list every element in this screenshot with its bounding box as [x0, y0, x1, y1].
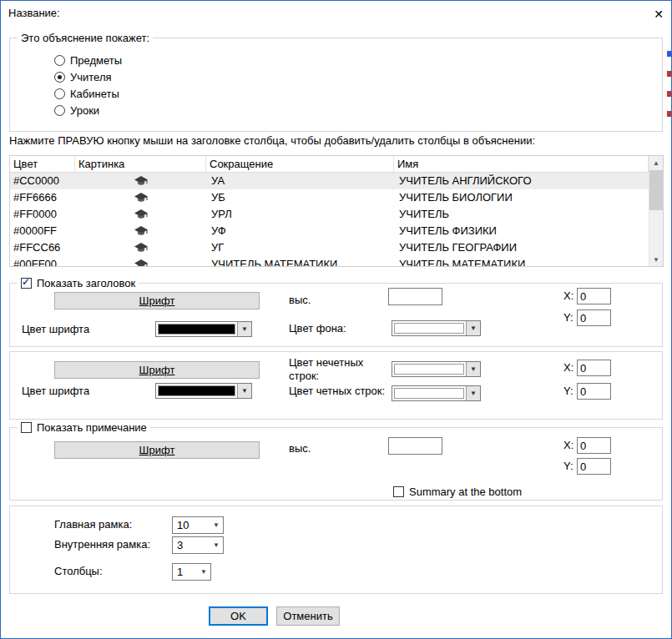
checkbox-label: Показать примечание — [37, 421, 147, 434]
odd-rows-color-dropdown[interactable]: ▼ — [392, 361, 481, 377]
show-note-checkbox[interactable]: ✓ Показать примечание — [18, 420, 150, 435]
show-group-title: Это объяснение покажет: — [18, 32, 153, 44]
inner-frame-label: Внутренняя рамка: — [54, 536, 150, 553]
color-swatch — [158, 324, 235, 335]
chevron-down-icon[interactable]: ▼ — [466, 362, 480, 376]
radio-classrooms[interactable]: Кабинеты — [54, 87, 119, 100]
graduation-cap-icon — [134, 259, 148, 268]
chevron-down-icon[interactable]: ▼ — [237, 322, 251, 336]
chevron-down-icon[interactable]: ▼ — [237, 384, 251, 398]
header-font-button[interactable]: Шрифт — [54, 292, 260, 309]
header-bg-color-dropdown[interactable]: ▼ — [392, 320, 481, 336]
checkbox-box[interactable]: ✓ — [393, 486, 404, 497]
color-swatch — [394, 364, 464, 375]
button-label: Шрифт — [139, 294, 175, 307]
rows-y-input[interactable] — [577, 383, 611, 400]
chevron-down-icon[interactable]: ▼ — [466, 321, 480, 335]
radio-subjects[interactable]: Предметы — [54, 53, 122, 67]
color-swatch — [158, 385, 235, 396]
button-label: Шрифт — [139, 444, 175, 456]
note-y-input[interactable] — [577, 458, 611, 475]
header-x-input[interactable] — [577, 288, 611, 304]
table-row[interactable]: #FFCC66 УГ УЧИТЕЛЬ ГЕОГРАФИИ — [10, 239, 663, 256]
summary-bottom-checkbox[interactable]: ✓ Summary at the bottom — [390, 485, 525, 499]
show-header-checkbox[interactable]: ✓ Показать заголовок — [18, 276, 139, 290]
even-rows-color-dropdown[interactable]: ▼ — [392, 385, 481, 401]
chevron-down-icon[interactable]: ▼ — [210, 541, 223, 549]
graduation-cap-icon — [134, 209, 148, 220]
note-y-label: Y: — [563, 458, 573, 475]
header-y-input[interactable] — [577, 309, 611, 326]
radio-circle[interactable] — [54, 55, 65, 66]
row-picture-cell — [75, 256, 206, 267]
page-title: Название: — [8, 1, 60, 26]
note-font-button[interactable]: Шрифт — [54, 441, 260, 459]
chevron-down-icon[interactable]: ▼ — [210, 521, 223, 529]
row-abbr: УЧИТЕЛЬ МАТЕМАТИКИ — [206, 256, 394, 267]
note-height-input[interactable] — [388, 437, 442, 455]
show-group: Это объяснение покажет: — [9, 38, 663, 132]
header-font-color-label: Цвет шрифта — [22, 321, 89, 338]
chevron-down-icon[interactable]: ▼ — [197, 568, 210, 576]
row-name: УЧИТЕЛЬ АНГЛИЙСКОГО — [394, 173, 649, 189]
row-color-text: #00FF00 — [10, 256, 75, 267]
table-row[interactable]: #0000FF УФ УЧИТЕЛЬ ФИЗИКИ — [10, 223, 663, 239]
edge-artifact — [667, 91, 671, 97]
checkbox-box[interactable]: ✓ — [21, 278, 32, 289]
color-swatch — [394, 388, 464, 399]
radio-circle[interactable] — [54, 105, 65, 116]
legend-table: Цвет Картинка Сокращение Имя #CC0000 УА … — [9, 155, 664, 267]
edge-artifact — [667, 51, 671, 57]
header-height-input[interactable] — [388, 288, 442, 305]
radio-circle[interactable] — [54, 88, 65, 99]
select-value: 1 — [173, 566, 197, 578]
radio-teachers[interactable]: Учителя — [54, 70, 112, 83]
table-row[interactable]: #FF0000 УРЛ УЧИТЕЛЬ — [10, 206, 663, 223]
cancel-button[interactable]: Отменить — [276, 606, 340, 626]
ok-button[interactable]: OK — [209, 606, 268, 626]
rows-y-label: Y: — [563, 383, 573, 400]
column-header-picture[interactable]: Картинка — [75, 156, 206, 172]
close-icon[interactable]: ✕ — [650, 6, 667, 23]
radio-lessons[interactable]: Уроки — [54, 103, 99, 117]
scroll-up-icon[interactable]: ▲ — [649, 156, 663, 169]
rows-x-input[interactable] — [577, 360, 611, 376]
main-frame-select[interactable]: 10 ▼ — [172, 516, 224, 534]
row-color-text: #FF6666 — [10, 189, 75, 206]
column-header-name[interactable]: Имя — [394, 156, 649, 172]
inner-frame-select[interactable]: 3 ▼ — [172, 536, 224, 554]
rows-font-color-dropdown[interactable]: ▼ — [155, 383, 252, 399]
header-font-color-dropdown[interactable]: ▼ — [155, 321, 252, 337]
header-y-label: Y: — [563, 309, 573, 326]
row-name: УЧИТЕЛЬ ФИЗИКИ — [394, 223, 649, 239]
row-picture-cell — [75, 189, 206, 206]
column-header-abbr[interactable]: Сокращение — [206, 156, 394, 172]
table-row[interactable]: #CC0000 УА УЧИТЕЛЬ АНГЛИЙСКОГО — [10, 173, 663, 189]
scroll-down-icon[interactable]: ▼ — [649, 253, 663, 266]
checkbox-box[interactable]: ✓ — [21, 422, 32, 433]
scrollbar-thumb[interactable] — [649, 170, 663, 210]
graduation-cap-icon — [134, 226, 148, 237]
dialog-window: Название: ✕ Это объяснение покажет: Пред… — [0, 0, 672, 639]
rows-font-button[interactable]: Шрифт — [54, 361, 260, 379]
rows-font-color-label: Цвет шрифта — [22, 383, 89, 400]
color-swatch — [394, 323, 464, 334]
row-name: УЧИТЕЛЬ МАТЕМАТИКИ — [394, 256, 649, 267]
header-height-label: выс. — [289, 292, 311, 309]
table-row[interactable]: #FF6666 УБ УЧИТЕЛЬ БИОЛОГИИ — [10, 189, 663, 206]
table-header: Цвет Картинка Сокращение Имя — [10, 156, 663, 173]
button-label: Отменить — [283, 610, 332, 622]
header-bg-color-label: Цвет фона: — [289, 320, 346, 337]
column-header-color[interactable]: Цвет — [10, 156, 75, 172]
table-row[interactable]: #00FF00 УЧИТЕЛЬ МАТЕМАТИКИ УЧИТЕЛЬ МАТЕМ… — [10, 256, 663, 267]
header-x-label: X: — [563, 288, 573, 304]
select-value: 10 — [173, 519, 210, 531]
columns-select[interactable]: 1 ▼ — [172, 563, 211, 581]
button-label: OK — [230, 610, 246, 622]
radio-circle[interactable] — [54, 72, 65, 83]
chevron-down-icon[interactable]: ▼ — [466, 386, 480, 400]
table-scrollbar[interactable]: ▲ ▼ — [649, 156, 663, 266]
graduation-cap-icon — [134, 176, 148, 187]
note-x-input[interactable] — [577, 437, 611, 454]
graduation-cap-icon — [134, 243, 148, 254]
